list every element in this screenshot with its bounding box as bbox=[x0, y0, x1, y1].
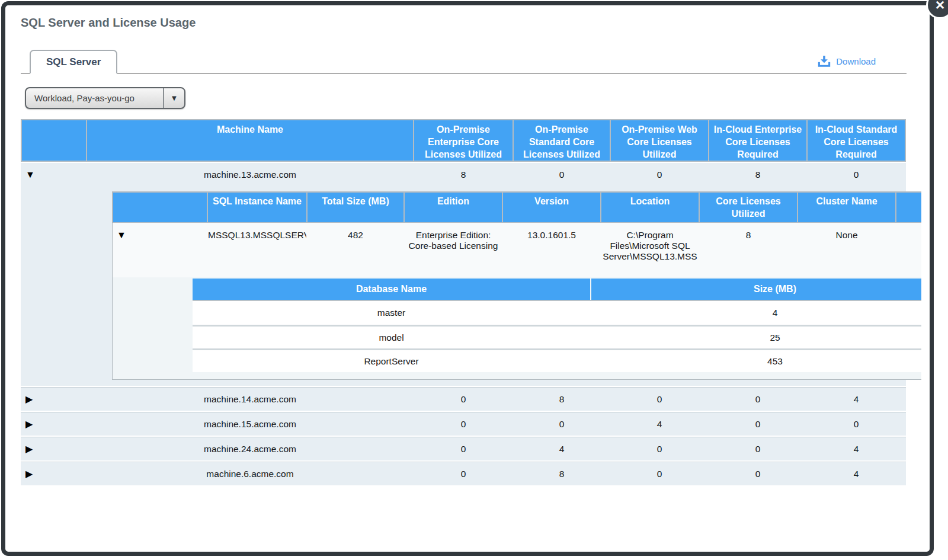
machine-name: machine.13.acme.com bbox=[87, 163, 413, 187]
expand-arrow-icon[interactable]: ▶ bbox=[25, 443, 33, 455]
value-cell: 0 bbox=[709, 462, 806, 485]
value-cell: 0 bbox=[709, 437, 806, 460]
database-size: 4 bbox=[591, 301, 921, 325]
value-cell: 8 bbox=[514, 388, 610, 411]
column-header-incloud-standard: In-Cloud Standard Core Licenses Required bbox=[808, 120, 905, 161]
expand-arrow-icon[interactable]: ▶ bbox=[25, 393, 33, 405]
value-cell: 0 bbox=[414, 462, 513, 485]
value-cell: 0 bbox=[514, 163, 610, 187]
column-header-incloud-enterprise: In-Cloud Enterprise Core Licenses Requir… bbox=[709, 120, 806, 161]
database-table-header: Database Name Size (MB) bbox=[193, 279, 921, 300]
chevron-down-icon: ▼ bbox=[164, 94, 184, 103]
download-label: Download bbox=[836, 56, 876, 66]
download-link[interactable]: Download bbox=[818, 55, 876, 67]
machine-name: machine.15.acme.com bbox=[87, 412, 413, 436]
column-header-onprem-enterprise: On-Premise Enterprise Core Licenses Util… bbox=[414, 120, 513, 161]
value-cell: 0 bbox=[514, 412, 610, 436]
column-header-total-size: Total Size (MB) bbox=[308, 193, 403, 222]
value-cell: 4 bbox=[808, 388, 905, 411]
database-name: ReportServer bbox=[193, 350, 590, 372]
column-header-onprem-web: On-Premise Web Core Licenses Utilized bbox=[611, 120, 708, 161]
value-cell: 4 bbox=[808, 462, 905, 485]
value-cell: 0 bbox=[611, 437, 708, 460]
database-row-reportserver: ReportServer 453 bbox=[193, 348, 921, 372]
instance-name: MSSQL13.MSSQLSERV bbox=[208, 223, 306, 277]
value-cell: 0 bbox=[611, 163, 708, 187]
column-header-cluster-name: Cluster Name bbox=[798, 193, 895, 222]
column-header-onprem-standard: On-Premise Standard Core Licenses Utiliz… bbox=[514, 120, 610, 161]
database-table-body: master 4 model 25 ReportServer 453 bbox=[193, 300, 921, 372]
expander-column-header bbox=[22, 120, 86, 161]
instance-cluster-name: None bbox=[798, 223, 895, 277]
instance-clipped-cell bbox=[896, 223, 921, 277]
database-size: 453 bbox=[591, 350, 921, 372]
report-page: SQL Server and License Usage SQL Server … bbox=[5, 5, 930, 485]
value-cell: 0 bbox=[808, 412, 905, 436]
value-cell: 0 bbox=[709, 388, 806, 411]
machine-row-13: ▼ machine.13.acme.com 8 0 0 8 0 bbox=[21, 163, 906, 187]
instance-row: ▼ MSSQL13.MSSQLSERV 482 Enterprise Editi… bbox=[113, 223, 921, 277]
instance-total-size: 482 bbox=[308, 223, 403, 277]
machine-row-24: ▶ machine.24.acme.com 0 4 0 0 4 bbox=[21, 437, 906, 460]
column-header-machine-name: Machine Name bbox=[87, 120, 413, 161]
value-cell: 0 bbox=[414, 388, 513, 411]
sql-instance-panel: SQL Instance Name Total Size (MB) Editio… bbox=[112, 191, 921, 380]
value-cell: 0 bbox=[414, 412, 513, 436]
expand-arrow-icon[interactable]: ▶ bbox=[25, 418, 33, 430]
column-header-core-licenses: Core Licenses Utilized bbox=[700, 193, 797, 222]
page-title: SQL Server and License Usage bbox=[21, 15, 930, 30]
expand-arrow-icon[interactable]: ▶ bbox=[25, 468, 33, 479]
instance-location: C:\Program Files\Microsoft SQL Server\MS… bbox=[601, 223, 699, 277]
app-window: SQL Server and License Usage SQL Server … bbox=[1, 1, 934, 556]
value-cell: 0 bbox=[709, 412, 806, 436]
machine-row-14: ▶ machine.14.acme.com 0 8 0 0 4 bbox=[21, 387, 906, 411]
collapse-arrow-icon[interactable]: ▼ bbox=[117, 230, 126, 240]
value-cell: 8 bbox=[414, 163, 513, 187]
workload-filter-value: Workload, Pay-as-you-go bbox=[26, 93, 163, 103]
database-name: model bbox=[193, 327, 590, 348]
database-row-model: model 25 bbox=[193, 325, 921, 348]
machine-13-detail: SQL Instance Name Total Size (MB) Editio… bbox=[21, 187, 906, 386]
tab-bar: SQL Server Download bbox=[21, 50, 907, 74]
database-row-master: master 4 bbox=[193, 301, 921, 325]
instance-version: 13.0.1601.5 bbox=[503, 223, 600, 277]
value-cell: 8 bbox=[709, 163, 806, 187]
license-usage-table: Machine Name On-Premise Enterprise Core … bbox=[21, 119, 906, 485]
value-cell: 0 bbox=[611, 388, 708, 411]
database-table: Database Name Size (MB) master 4 model bbox=[193, 279, 921, 372]
machine-name: machine.14.acme.com bbox=[87, 388, 413, 411]
column-header-instance-name: SQL Instance Name bbox=[208, 193, 306, 222]
value-cell: 0 bbox=[611, 462, 708, 485]
machine-name: machine.6.acme.com bbox=[87, 462, 413, 485]
machine-row-15: ▶ machine.15.acme.com 0 0 4 0 0 bbox=[21, 412, 906, 436]
instance-core-licenses: 8 bbox=[700, 223, 797, 277]
workload-filter-dropdown[interactable]: Workload, Pay-as-you-go ▼ bbox=[25, 87, 185, 109]
value-cell: 4 bbox=[514, 437, 610, 460]
database-name: master bbox=[193, 301, 590, 325]
machine-table-header: Machine Name On-Premise Enterprise Core … bbox=[21, 119, 906, 162]
value-cell: 8 bbox=[514, 462, 610, 485]
column-header-version: Version bbox=[503, 193, 600, 222]
column-header-edition: Edition bbox=[405, 193, 502, 222]
tab-sql-server[interactable]: SQL Server bbox=[30, 50, 117, 74]
machine-name: machine.24.acme.com bbox=[87, 437, 413, 460]
value-cell: 4 bbox=[808, 437, 905, 460]
column-header-database-name: Database Name bbox=[193, 279, 590, 300]
value-cell: 4 bbox=[611, 412, 708, 436]
value-cell: 0 bbox=[808, 163, 905, 187]
column-header-size: Size (MB) bbox=[591, 279, 921, 300]
expander-column-header bbox=[113, 193, 207, 222]
value-cell: 0 bbox=[414, 437, 513, 460]
collapse-arrow-icon[interactable]: ▼ bbox=[25, 169, 35, 180]
download-icon bbox=[818, 55, 831, 67]
instance-table-header: SQL Instance Name Total Size (MB) Editio… bbox=[113, 192, 921, 223]
column-header-clipped bbox=[896, 193, 921, 222]
machine-row-6: ▶ machine.6.acme.com 0 8 0 0 4 bbox=[21, 462, 906, 485]
database-size: 25 bbox=[591, 327, 921, 348]
instance-edition: Enterprise Edition: Core-based Licensing bbox=[405, 223, 502, 277]
column-header-location: Location bbox=[601, 193, 699, 222]
